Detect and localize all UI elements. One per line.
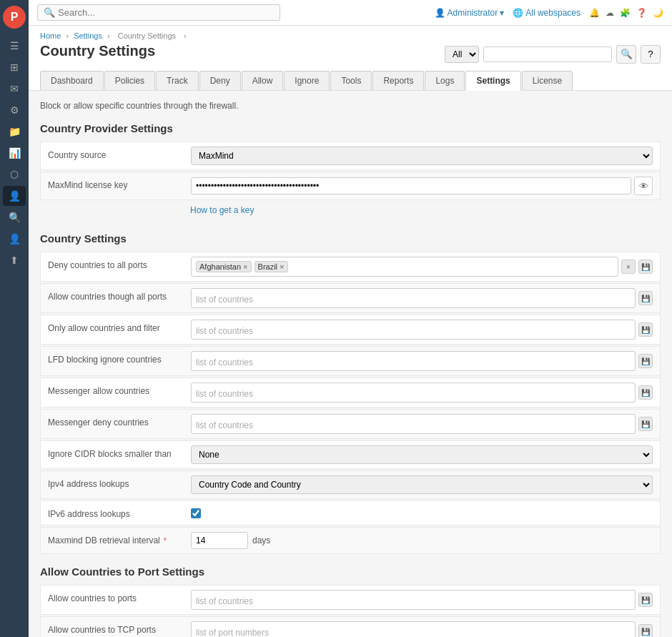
search-input[interactable] [58, 7, 274, 18]
field-label: Allow countries to ports [48, 590, 191, 605]
sidebar-icon-settings[interactable]: ⚙ [3, 100, 26, 120]
form-row: Messenger allow countrieslist of countri… [40, 377, 661, 408]
tag-input[interactable]: list of countries [191, 382, 636, 403]
how-to-link[interactable]: How to get a key [190, 205, 254, 215]
tag-remove-button[interactable]: × [243, 262, 247, 271]
form-row: Deny countries to all portsAfghanistan×B… [40, 252, 661, 282]
save-field-button[interactable]: 💾 [638, 417, 653, 431]
tab-allow[interactable]: Allow [242, 71, 284, 90]
field-checkbox[interactable] [191, 508, 201, 518]
field-placeholder: list of countries [196, 323, 253, 336]
tab-settings[interactable]: Settings [465, 71, 520, 91]
sidebar-icon-menu[interactable]: ☰ [3, 36, 26, 56]
save-field-button[interactable]: 💾 [638, 291, 653, 305]
tag-input[interactable]: list of countries [191, 288, 636, 308]
form-row: Ignore CIDR blocks smaller thanNone81624 [40, 440, 661, 469]
tab-policies[interactable]: Policies [104, 71, 155, 90]
field-select[interactable]: Country Code and CountryCountry CodeCoun… [191, 475, 653, 494]
sidebar-icon-person[interactable]: 👤 [3, 229, 26, 249]
search-icon: 🔍 [44, 7, 55, 18]
tab-tools[interactable]: Tools [330, 71, 372, 90]
save-field-button[interactable]: 💾 [638, 385, 653, 400]
chevron-down-icon: ▾ [500, 8, 504, 18]
license-key-row: MaxMind license key 👁 [40, 172, 661, 200]
help-button[interactable]: ? [641, 45, 661, 64]
toggle-password-button[interactable]: 👁 [634, 177, 653, 195]
page-title: Country Settings [40, 43, 155, 59]
save-field-button[interactable]: 💾 [638, 322, 653, 337]
tag-row: list of countries💾 [191, 590, 653, 610]
moon-icon[interactable]: 🌙 [653, 8, 663, 18]
topbar: 🔍 👤 Administrator ▾ 🌐 All webspaces 🔔 ☁ … [29, 0, 672, 26]
globe-icon: 🌐 [513, 8, 523, 18]
webspaces-link[interactable]: 🌐 All webspaces [513, 8, 580, 18]
field-control: list of countries💾 [191, 351, 653, 371]
field-control: list of countries💾 [191, 590, 653, 610]
field-label: Messenger allow countries [48, 382, 191, 397]
bell-icon[interactable]: 🔔 [589, 8, 600, 18]
filter-select[interactable]: All [445, 46, 479, 63]
tab-reports[interactable]: Reports [372, 71, 424, 90]
field-label: LFD blocking ignore countries [48, 351, 191, 366]
admin-link[interactable]: 👤 Administrator ▾ [435, 8, 505, 18]
breadcrumb-home[interactable]: Home [40, 31, 61, 40]
tag-remove-button[interactable]: × [280, 262, 284, 271]
save-field-button[interactable]: 💾 [638, 624, 653, 637]
tag-input[interactable]: Afghanistan×Brazil× [191, 257, 618, 277]
search-box[interactable]: 🔍 [37, 4, 280, 21]
field-control: days [191, 532, 653, 549]
tab-ignore[interactable]: Ignore [284, 71, 330, 90]
tag-input[interactable]: list of countries [191, 320, 636, 340]
country-tag: Brazil× [255, 261, 288, 272]
tag-row: list of port numbers💾 [191, 621, 653, 637]
field-label: Allow countries though all ports [48, 288, 191, 303]
tab-track[interactable]: Track [156, 71, 199, 90]
breadcrumb: Home › Settings › Country Settings › [40, 31, 661, 40]
main-area: 🔍 👤 Administrator ▾ 🌐 All webspaces 🔔 ☁ … [29, 0, 672, 637]
sidebar-icon-upload[interactable]: ⬆ [3, 250, 26, 270]
user-icon: 👤 [435, 8, 445, 18]
field-control: None81624 [191, 445, 653, 464]
sidebar-icon-folder[interactable]: 📁 [3, 122, 26, 142]
save-field-button[interactable]: 💾 [638, 593, 653, 607]
clear-tags-button[interactable]: × [621, 260, 636, 274]
form-row: Ipv4 address lookupsCountry Code and Cou… [40, 470, 661, 499]
country-source-select[interactable]: MaxMind [191, 147, 653, 165]
tab-license[interactable]: License [522, 71, 573, 90]
filter-input[interactable] [483, 46, 612, 62]
sidebar-icon-user[interactable]: 👤 [3, 186, 26, 206]
tab-deny[interactable]: Deny [199, 71, 241, 90]
search-button[interactable]: 🔍 [616, 45, 636, 64]
sidebar-icon-hex[interactable]: ⬡ [3, 164, 26, 184]
field-label: Ignore CIDR blocks smaller than [48, 445, 191, 460]
tag-input[interactable]: list of countries [191, 414, 636, 434]
help-icon[interactable]: ❓ [636, 8, 647, 18]
sidebar-icon-mail[interactable]: ✉ [3, 79, 26, 99]
field-placeholder: list of port numbers [196, 625, 269, 637]
save-field-button[interactable]: 💾 [638, 354, 653, 368]
number-input[interactable] [191, 532, 248, 549]
sidebar-icon-search[interactable]: 🔍 [3, 207, 26, 227]
tag-input[interactable]: list of countries [191, 590, 636, 610]
tab-logs[interactable]: Logs [425, 71, 465, 90]
tag-row: list of countries💾 [191, 414, 653, 434]
tag-input[interactable]: list of countries [191, 351, 636, 371]
license-key-input[interactable] [191, 177, 631, 194]
form-row: Allow countries to portslist of countrie… [40, 585, 661, 615]
field-label: Ipv4 address lookups [48, 475, 191, 490]
tab-dashboard[interactable]: Dashboard [40, 71, 104, 90]
field-select[interactable]: None81624 [191, 445, 653, 464]
puzzle-icon[interactable]: 🧩 [620, 8, 631, 18]
topbar-icons: 🔔 ☁ 🧩 ❓ 🌙 [589, 8, 663, 18]
country-section-title: Country Settings [40, 232, 661, 245]
breadcrumb-settings[interactable]: Settings [74, 31, 102, 40]
tag-input[interactable]: list of port numbers [191, 621, 636, 637]
sidebar-icon-grid[interactable]: ⊞ [3, 57, 26, 77]
content-area: Home › Settings › Country Settings › Cou… [29, 26, 672, 637]
country-source-label: Country source [48, 147, 191, 162]
form-row: Maxmind DB retrieval interval *days [40, 527, 661, 554]
sidebar-icon-chart[interactable]: 📊 [3, 143, 26, 163]
save-tags-button[interactable]: 💾 [638, 260, 653, 274]
field-placeholder: list of countries [196, 418, 253, 430]
cloud-icon[interactable]: ☁ [606, 8, 614, 18]
